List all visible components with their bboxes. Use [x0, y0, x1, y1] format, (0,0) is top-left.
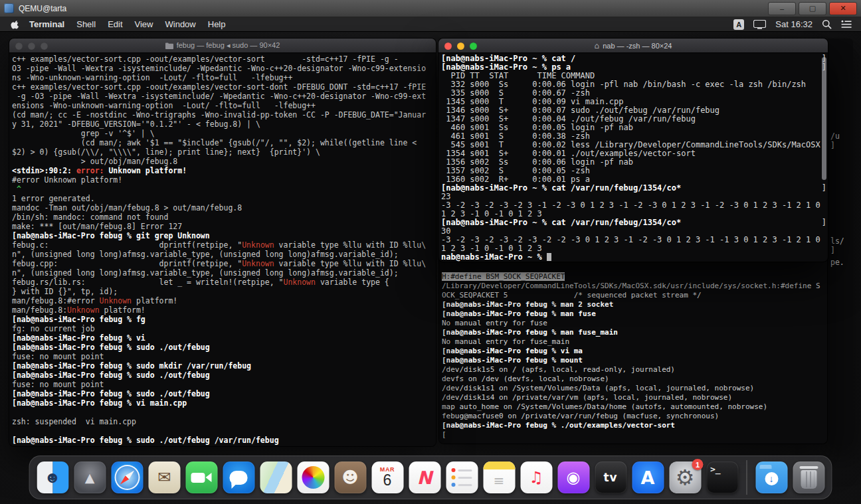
terminal-line: man/febug.8:Unknown platform!: [12, 305, 434, 315]
color-wheel-shape: [302, 466, 324, 489]
dock-item-music[interactable]: ♫: [520, 459, 553, 496]
background-window-text: ]: [830, 246, 835, 255]
search-icon[interactable]: [822, 19, 832, 29]
terminal-line: [nab@nabs-iMac-Pro febug % man fuse: [442, 309, 826, 319]
dock-item-finder[interactable]: ☻: [36, 459, 70, 496]
trash-lid-shape: [799, 466, 818, 469]
menu-list-icon[interactable]: [841, 20, 852, 29]
dock-item-messages[interactable]: [222, 459, 256, 496]
scrollbar-thumb[interactable]: [822, 57, 826, 180]
zoom-button[interactable]: [41, 42, 48, 50]
terminal-line: [nab@nabs-iMac-Pro febug % mount: [442, 356, 826, 365]
contacts-glyph: ☻: [341, 469, 358, 485]
qemu-close-button[interactable]: ✕: [829, 2, 857, 15]
apple-menu[interactable]: [0, 20, 29, 29]
qemu-minimize-button[interactable]: –: [768, 2, 796, 15]
input-source-icon[interactable]: A: [733, 19, 744, 30]
dock-item-photos[interactable]: [296, 459, 330, 496]
dock-item-trash[interactable]: [792, 459, 826, 496]
terminal-line: [nab@nabs-iMac-Pro febug % sudo mkdir /v…: [12, 361, 434, 371]
terminal-line: fg: no current job: [12, 324, 434, 333]
menu-edit[interactable]: Edit: [108, 19, 122, 29]
dock-item-launchpad[interactable]: ▲: [73, 459, 107, 496]
terminal-line: /bin/sh: mandoc: command not found: [12, 212, 434, 222]
camera-lens-shape: [205, 473, 211, 482]
menu-items: ShellEditViewWindowHelp: [76, 19, 225, 29]
close-button[interactable]: [444, 42, 452, 50]
close-button[interactable]: [15, 42, 23, 50]
dock-item-terminal[interactable]: >_: [706, 459, 739, 496]
menu-app-name[interactable]: Terminal: [29, 19, 64, 29]
terminal-line: [nab@nabs-iMac-Pro febug % fg: [12, 315, 434, 324]
terminal-line: mandoc -Tman out/obj/man/febug.8 > out/m…: [12, 203, 434, 212]
trash-icon: [793, 462, 824, 493]
menu-bar-clock[interactable]: Sat 16:32: [775, 19, 813, 29]
menu-shell[interactable]: Shell: [76, 19, 96, 29]
news-glyph: N: [417, 469, 432, 487]
menu-window[interactable]: Window: [165, 19, 196, 29]
finder-face: ☻: [37, 462, 68, 493]
terminal-line: devfs on /dev (devfs, local, nobrowse): [442, 375, 826, 384]
dock-item-reminders[interactable]: [445, 459, 479, 496]
qemu-maximize-button[interactable]: ▢: [799, 2, 826, 15]
download-arrow-icon: ↓: [765, 472, 778, 485]
terminal-line: febug.c: dprintf(retpipe, "Unknown varia…: [12, 240, 434, 250]
terminal-line: make: *** [out/man/febug.8] Error 127: [12, 222, 434, 231]
terminal-line: > out/obj/man/febug.8: [12, 157, 434, 166]
folder-icon: [165, 42, 173, 49]
downloads-icon: ↓: [755, 462, 787, 493]
background-window-sliver[interactable]: /u]ls/]pe.: [828, 39, 853, 444]
dock-item-tv[interactable]: tv: [594, 459, 628, 496]
dock-item-news[interactable]: N: [408, 459, 442, 496]
dock-item-safari[interactable]: [110, 459, 144, 496]
dock-item-maps[interactable]: [259, 459, 293, 496]
dock-item-facetime[interactable]: [185, 459, 219, 496]
news-icon: N: [409, 462, 440, 493]
dock-item-system-preferences[interactable]: ⚙1: [668, 459, 702, 496]
terminal-line: (cd man/; awk '$1 == "$include" {gsub(/"…: [12, 138, 434, 147]
terminal-content[interactable]: c++ examples/vector-sort.cpp -oout/examp…: [9, 53, 436, 446]
zoom-button[interactable]: [470, 42, 477, 50]
podcasts-glyph: ◉: [567, 469, 581, 485]
qemu-titlebar[interactable]: QEMU@tarta – ▢ ✕: [0, 0, 861, 17]
podcasts-icon: ◉: [557, 462, 589, 493]
window-titlebar[interactable]: febug — febug ◂ sudo — 90×42: [9, 39, 436, 53]
window-titlebar[interactable]: ⌂ nab — -zsh — 80×24: [438, 39, 828, 53]
dock-item-mail[interactable]: ✉: [147, 459, 181, 496]
terminal-line: fuse: no mount point: [12, 352, 434, 361]
dock-item-contacts[interactable]: ☻: [334, 459, 367, 496]
dock-item-app-store[interactable]: A: [631, 459, 665, 496]
menu-view[interactable]: View: [135, 19, 153, 29]
terminal-line: c++ examples/vector-sort.cpp -oout/examp…: [12, 54, 434, 64]
dock-item-podcasts[interactable]: ◉: [557, 459, 591, 496]
terminal-window-zsh[interactable]: ⌂ nab — -zsh — 80×24 [nab@nabs-iMac-Pro …: [438, 39, 828, 262]
folder-tab-shape: [759, 465, 771, 469]
terminal-line: map auto_home on /System/Volumes/Data/ho…: [442, 402, 826, 412]
display-icon[interactable]: [753, 20, 766, 29]
scrollbar[interactable]: [820, 55, 827, 259]
terminal-line: 1 error generated.: [12, 194, 434, 203]
dock-item-downloads[interactable]: ↓: [755, 459, 789, 496]
app-store-glyph: A: [641, 469, 655, 487]
apple-icon: [11, 20, 20, 29]
terminal-window-febug[interactable]: febug — febug ◂ sudo — 90×42 c++ example…: [9, 39, 436, 446]
system-preferences-glyph: ⚙: [676, 467, 695, 488]
terminal-line: /dev/disk1s4 on /private/var/vm (apfs, l…: [442, 393, 826, 402]
facetime-icon: [185, 462, 217, 493]
minimize-button[interactable]: [28, 42, 35, 50]
minimize-button[interactable]: [457, 42, 464, 50]
trash-body-shape: [801, 470, 816, 489]
launchpad-icon: ▲: [74, 462, 106, 493]
terminal-line: } with ID {}", tp, id);: [12, 287, 434, 296]
launchpad-glyph: ▲: [85, 471, 95, 484]
dock-item-notes[interactable]: ≡: [482, 459, 516, 496]
terminal-line: [nab@nabs-iMac-Pro ~ % cat /var/run/febu…: [441, 218, 826, 227]
terminal-line: [nab@nabs-iMac-Pro febug % sudo ./out/fe…: [12, 343, 434, 352]
dock-item-calendar[interactable]: MAR6: [371, 459, 405, 496]
terminal-line: febug.cpp: dprintf(retpipe, "Unknown var…: [12, 259, 434, 268]
video-camera-shape: [191, 473, 205, 483]
menu-help[interactable]: Help: [208, 19, 226, 29]
notes-strip: [483, 462, 515, 469]
terminal-content[interactable]: [nab@nabs-iMac-Pro ~ % cat /][nab@nabs-i…: [438, 53, 828, 262]
terminal-line: fuse: no mount point: [12, 380, 434, 389]
